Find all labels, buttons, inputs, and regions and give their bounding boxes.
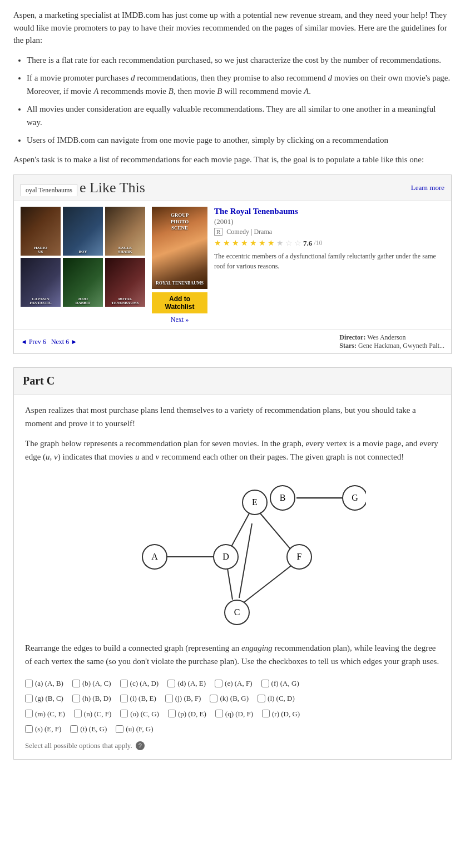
checkbox-input-o[interactable] <box>120 710 128 717</box>
thumb-6[interactable]: ROYALTENENBAUMS <box>105 258 145 307</box>
checkbox-n[interactable]: (n) (C, F) <box>74 707 111 720</box>
director-label: Director: <box>339 333 365 341</box>
checkbox-input-t[interactable] <box>70 725 78 733</box>
thumb-5[interactable]: JOJORABBIT <box>63 258 103 307</box>
movie-grid: HARIOUS BOY EAGLESHARK CAPTAINFANTASTIC … <box>21 207 145 324</box>
checkbox-d[interactable]: (d) (A, E) <box>167 677 206 690</box>
star-4: ★ <box>241 238 248 248</box>
checkbox-e[interactable]: (e) (A, F) <box>215 677 252 690</box>
part-c-p1: Aspen realizes that most purchase plans … <box>25 403 440 430</box>
imdb-widget: oyal Tenenbaums e Like This Learn more H… <box>13 174 452 354</box>
part-c-p3: Rearrange the edges to build a connected… <box>25 641 440 668</box>
movie-controls: Add to Watchlist Next » <box>152 292 207 324</box>
checkbox-q[interactable]: (q) (D, F) <box>215 707 253 720</box>
checkbox-k[interactable]: (k) (B, G) <box>210 692 249 705</box>
checkbox-row-3: (m) (C, E) (n) (C, F) (o) (C, G) (p) (D,… <box>25 707 440 720</box>
next-button[interactable]: Next » <box>171 316 189 324</box>
movie-genre: R Comedy | Drama <box>214 228 444 236</box>
svg-line-4 <box>239 523 252 598</box>
watchlist-button[interactable]: Add to Watchlist <box>152 292 207 313</box>
checkbox-m[interactable]: (m) (C, E) <box>25 707 65 720</box>
bullet-1: There is a flat rate for each recommenda… <box>27 53 452 67</box>
checkbox-t[interactable]: (t) (E, G) <box>70 722 107 735</box>
part-c-p2: The graph below represents a recommendat… <box>25 437 440 463</box>
checkbox-input-l[interactable] <box>258 695 265 702</box>
star-1: ★ <box>214 238 221 248</box>
checkbox-input-e[interactable] <box>215 680 222 687</box>
part-c-title: Part C <box>23 375 442 387</box>
featured-movie: GROUPPHOTOSCENE ROYAL TENENBAUMS Add to … <box>152 207 207 324</box>
featured-poster[interactable]: GROUPPHOTOSCENE ROYAL TENENBAUMS <box>152 207 207 289</box>
checkbox-input-m[interactable] <box>25 710 33 717</box>
checkbox-input-k[interactable] <box>210 695 217 702</box>
stars-names: Gene Hackman, Gwyneth Palt... <box>358 342 444 350</box>
checkbox-b[interactable]: (b) (A, C) <box>72 677 111 690</box>
help-icon[interactable]: ? <box>136 741 145 750</box>
star-6: ★ <box>259 238 266 248</box>
checkbox-f[interactable]: (f) (A, G) <box>261 677 299 690</box>
intro-paragraph2: Aspen's task is to make a list of recomm… <box>13 153 452 166</box>
thumb-4[interactable]: CAPTAINFANTASTIC <box>21 258 61 307</box>
checkbox-input-g[interactable] <box>25 695 33 702</box>
stars-label: Stars: <box>339 342 357 350</box>
checkbox-input-s[interactable] <box>25 725 33 733</box>
graph-svg: A D E C F B G <box>99 475 366 630</box>
checkbox-input-a[interactable] <box>25 680 33 687</box>
part-c-body: Aspen realizes that most purchase plans … <box>14 395 451 759</box>
genre-text: Comedy | Drama <box>226 228 272 236</box>
next-nav-link[interactable]: Next 6 ► <box>51 338 77 346</box>
star-7: ★ <box>268 238 275 248</box>
imdb-header-left: oyal Tenenbaums e Like This <box>21 179 145 196</box>
checkbox-u[interactable]: (u) (F, G) <box>116 722 153 735</box>
part-c-header: Part C <box>14 368 451 395</box>
checkbox-a[interactable]: (a) (A, B) <box>25 677 63 690</box>
checkbox-l[interactable]: (l) (C, D) <box>258 692 295 705</box>
checkbox-c[interactable]: (c) (A, D) <box>120 677 159 690</box>
movie-desc: The eccentric members of a dysfunctional… <box>214 251 444 271</box>
checkbox-input-d[interactable] <box>167 680 175 687</box>
star-8-half: ★ <box>276 238 284 248</box>
checkbox-input-r[interactable] <box>262 710 270 717</box>
bullet-2: If a movie promoter purchases d recommen… <box>27 71 452 98</box>
checkbox-o[interactable]: (o) (C, G) <box>120 707 159 720</box>
checkbox-g[interactable]: (g) (B, C) <box>25 692 63 705</box>
checkbox-h[interactable]: (h) (B, D) <box>72 692 111 705</box>
star-9-empty: ☆ <box>285 238 293 248</box>
bullet-list: There is a flat rate for each recommenda… <box>27 53 452 147</box>
checkbox-input-h[interactable] <box>72 695 80 702</box>
score-denom: /10 <box>314 239 322 247</box>
checkbox-grid: (a) (A, B) (b) (A, C) (c) (A, D) (d) (A,… <box>25 677 440 736</box>
checkbox-input-u[interactable] <box>116 725 123 733</box>
checkbox-input-c[interactable] <box>120 680 128 687</box>
checkbox-input-f[interactable] <box>261 680 269 687</box>
checkbox-i[interactable]: (i) (B, E) <box>120 692 156 705</box>
thumb-2[interactable]: BOY <box>63 207 103 256</box>
checkbox-input-n[interactable] <box>74 710 82 717</box>
director-info: Director: Wes Anderson Stars: Gene Hackm… <box>339 333 444 350</box>
intro-paragraph1: Aspen, a marketing specialist at IMDB.co… <box>13 9 452 47</box>
checkbox-j[interactable]: (j) (B, F) <box>165 692 201 705</box>
checkbox-row-2: (g) (B, C) (h) (B, D) (i) (B, E) (j) (B,… <box>25 692 440 705</box>
checkbox-input-b[interactable] <box>72 680 80 687</box>
checkbox-input-j[interactable] <box>165 695 173 702</box>
thumb-3[interactable]: EAGLESHARK <box>105 207 145 256</box>
checkbox-input-i[interactable] <box>120 695 128 702</box>
learn-more-link[interactable]: Learn more <box>411 183 444 192</box>
thumb-1[interactable]: HARIOUS <box>21 207 61 256</box>
checkbox-input-p[interactable] <box>168 710 176 717</box>
movie-score: 7.6 <box>303 239 312 248</box>
node-g: G <box>352 493 358 502</box>
checkbox-s[interactable]: (s) (E, F) <box>25 722 61 735</box>
imdb-section-title: e Like This <box>80 179 145 196</box>
checkbox-p[interactable]: (p) (D, E) <box>168 707 206 720</box>
node-d: D <box>222 552 229 561</box>
star-3: ★ <box>232 238 239 248</box>
movie-title[interactable]: The Royal Tenenbaums <box>214 207 444 216</box>
imdb-header: oyal Tenenbaums e Like This Learn more <box>14 175 451 201</box>
prev-link[interactable]: ◄ Prev 6 <box>21 338 46 346</box>
checkbox-input-q[interactable] <box>215 710 223 717</box>
node-f: F <box>297 552 302 561</box>
svg-line-1 <box>230 513 249 550</box>
checkbox-r[interactable]: (r) (D, G) <box>262 707 300 720</box>
movie-info: The Royal Tenenbaums (2001) R Comedy | D… <box>214 207 444 324</box>
